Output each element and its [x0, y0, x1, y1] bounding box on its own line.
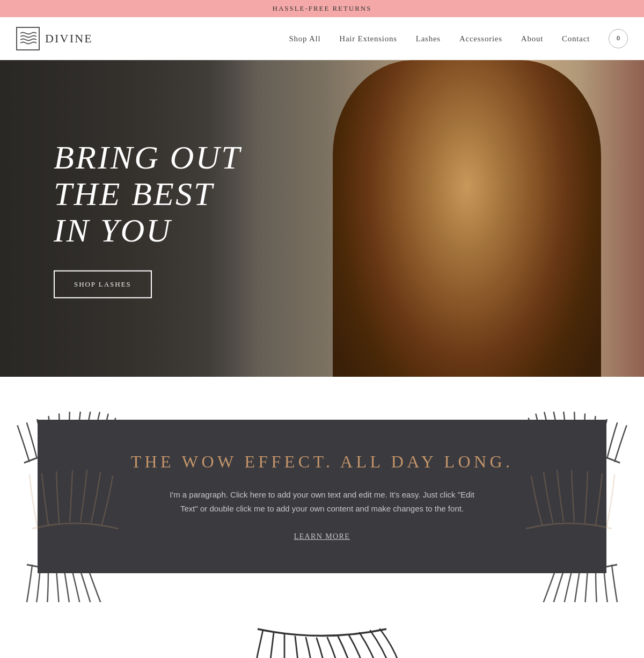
nav-item-about[interactable]: About [521, 34, 543, 43]
nav-item-lashes[interactable]: Lashes [416, 34, 441, 43]
hero-section: BRING OUT THE BEST IN YOU SHOP LASHES [0, 60, 644, 377]
logo-text: DIVINE [45, 32, 93, 46]
logo-svg [18, 29, 38, 48]
nav-link-lashes[interactable]: Lashes [416, 34, 441, 43]
logo-icon [16, 27, 40, 50]
banner-text: HASSLE-FREE RETURNS [273, 4, 372, 12]
nav-links: Shop All Hair Extensions Lashes Accessor… [289, 29, 628, 48]
cart-count: 0 [617, 34, 620, 42]
top-banner: HASSLE-FREE RETURNS [0, 0, 644, 17]
nav-link-about[interactable]: About [521, 34, 543, 43]
wow-card: THE WOW EFFECT. ALL DAY LONG. I'm a para… [38, 420, 606, 573]
nav-item-shop-all[interactable]: Shop All [289, 34, 320, 43]
logo[interactable]: DIVINE [16, 27, 93, 50]
lashes-section: THE WOW EFFECT. ALL DAY LONG. I'm a para… [0, 420, 644, 602]
nav-item-contact[interactable]: Contact [562, 34, 590, 43]
hero-heading-line1: BRING OUT [54, 139, 241, 176]
navigation: DIVINE Shop All Hair Extensions Lashes A… [0, 17, 644, 60]
lash-deco-card-right [521, 443, 617, 550]
lash-deco-card-left [27, 443, 123, 550]
nav-item-accessories[interactable]: Accessories [459, 34, 502, 43]
hero-heading-line3: IN YOU [54, 212, 172, 248]
nav-item-hair-extensions[interactable]: Hair Extensions [339, 34, 397, 43]
nav-link-contact[interactable]: Contact [562, 34, 590, 43]
hero-content: BRING OUT THE BEST IN YOU SHOP LASHES [54, 139, 241, 298]
hero-heading-line2: THE BEST [54, 176, 214, 212]
nav-link-shop-all[interactable]: Shop All [289, 34, 320, 43]
bottom-lash-area [0, 602, 644, 658]
hero-heading: BRING OUT THE BEST IN YOU [54, 139, 241, 249]
nav-link-accessories[interactable]: Accessories [459, 34, 502, 43]
hero-portrait [333, 60, 601, 377]
cart-icon[interactable]: 0 [609, 29, 628, 48]
shop-lashes-button[interactable]: SHOP LASHES [54, 270, 152, 298]
lash-decoration-bottom-center [241, 613, 402, 658]
cart-item[interactable]: 0 [609, 29, 628, 48]
learn-more-link[interactable]: LEARN MORE [294, 532, 350, 540]
wow-paragraph: I'm a paragraph. Click here to add your … [166, 488, 478, 515]
wow-heading: THE WOW EFFECT. ALL DAY LONG. [59, 452, 585, 472]
nav-link-hair-extensions[interactable]: Hair Extensions [339, 34, 397, 43]
